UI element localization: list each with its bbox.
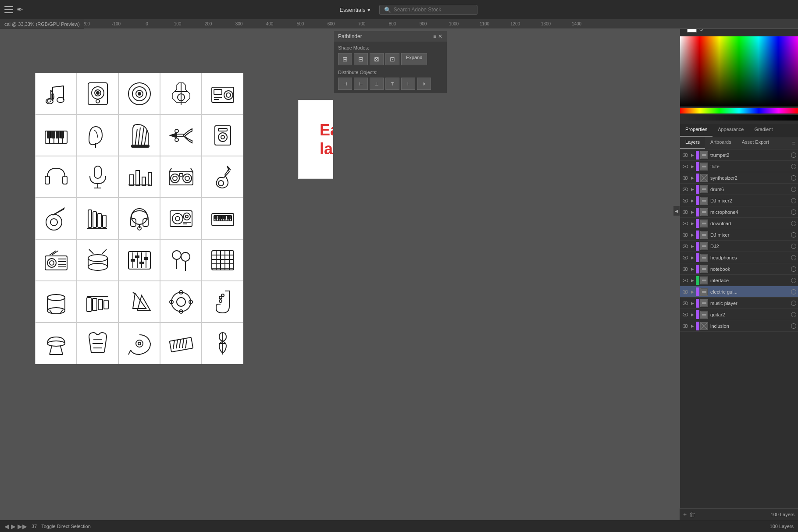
shape-btn-unite[interactable]: ⊞ — [338, 53, 352, 65]
layer-row[interactable]: ▶music player — [680, 298, 798, 309]
tab-layers[interactable]: Layers — [680, 137, 705, 149]
layer-target-circle[interactable] — [791, 301, 796, 306]
shape-btn-intersect[interactable]: ⊠ — [370, 53, 384, 65]
layer-target-circle[interactable] — [791, 153, 796, 158]
layer-row[interactable]: ▶guitar2 — [680, 309, 798, 320]
shape-btn-minus[interactable]: ⊟ — [354, 53, 368, 65]
layer-row[interactable]: ▶electric gui... — [680, 286, 798, 298]
layers-delete-btn[interactable]: 🗑 — [689, 511, 695, 518]
layer-target-circle[interactable] — [791, 278, 796, 283]
layer-row[interactable]: ▶notebook — [680, 263, 798, 275]
shape-btn-exclude[interactable]: ⊡ — [385, 53, 399, 65]
tab-gradient[interactable]: Gradient — [749, 124, 778, 137]
layer-row[interactable]: ▶drum6 — [680, 184, 798, 195]
layer-eye-btn[interactable] — [682, 277, 689, 284]
dist-btn-6[interactable]: ⊧ — [417, 78, 431, 90]
tab-asset-export[interactable]: Asset Export — [737, 137, 774, 149]
tab-appearance[interactable]: Appearance — [712, 124, 749, 137]
layer-target-circle[interactable] — [791, 175, 796, 181]
layer-row[interactable]: ▶DJ2 — [680, 241, 798, 252]
layer-expand-arrow[interactable]: ▶ — [690, 198, 695, 203]
layers-add-btn[interactable]: + — [683, 511, 687, 518]
layer-eye-btn[interactable] — [682, 174, 689, 181]
expand-button[interactable]: Expand — [401, 53, 427, 65]
layer-target-circle[interactable] — [791, 289, 796, 294]
layer-target-circle[interactable] — [791, 323, 796, 329]
layer-row[interactable]: ▶headphones — [680, 252, 798, 263]
layer-expand-arrow[interactable]: ▶ — [690, 164, 695, 169]
layer-eye-btn[interactable] — [682, 186, 689, 193]
layer-eye-btn[interactable] — [682, 197, 689, 204]
pathfinder-close-icon[interactable]: ✕ — [438, 33, 442, 39]
alpha-bar[interactable] — [680, 115, 798, 121]
layer-row[interactable]: ▶microphone4 — [680, 206, 798, 218]
layer-eye-btn[interactable] — [682, 254, 689, 261]
layer-target-circle[interactable] — [791, 232, 796, 238]
layer-expand-arrow[interactable]: ▶ — [690, 187, 695, 192]
layer-expand-arrow[interactable]: ▶ — [690, 244, 695, 249]
dist-btn-1[interactable]: ⊣ — [338, 78, 352, 90]
color-spectrum[interactable] — [680, 36, 798, 106]
search-stock-input[interactable] — [394, 7, 473, 13]
layer-target-circle[interactable] — [791, 221, 796, 226]
layer-expand-arrow[interactable]: ▶ — [690, 255, 695, 260]
dist-btn-3[interactable]: ⊥ — [370, 78, 384, 90]
layer-target-circle[interactable] — [791, 255, 796, 260]
layer-row[interactable]: ▶DJ mixer — [680, 229, 798, 241]
dist-btn-2[interactable]: ⊢ — [354, 78, 368, 90]
hue-bar[interactable] — [680, 108, 798, 113]
layer-row[interactable]: ▶flute — [680, 161, 798, 172]
layer-target-circle[interactable] — [791, 312, 796, 317]
layer-eye-btn[interactable] — [682, 243, 689, 250]
layer-expand-arrow[interactable]: ▶ — [690, 221, 695, 226]
layer-eye-btn[interactable] — [682, 163, 689, 170]
layer-expand-arrow[interactable]: ▶ — [690, 175, 695, 181]
layer-target-circle[interactable] — [791, 164, 796, 169]
tab-properties[interactable]: Properties — [680, 124, 712, 137]
tab-artboards[interactable]: Artboards — [705, 137, 737, 149]
layer-row[interactable]: ▶inclusion — [680, 320, 798, 332]
color-picker-area[interactable] — [680, 36, 798, 124]
layer-eye-btn[interactable] — [682, 209, 689, 216]
layer-eye-btn[interactable] — [682, 220, 689, 227]
layer-expand-arrow[interactable]: ▶ — [690, 266, 695, 272]
layer-target-circle[interactable] — [791, 244, 796, 249]
layer-expand-arrow[interactable]: ▶ — [690, 153, 695, 158]
pen-icon[interactable]: ✒ — [17, 5, 23, 14]
pathfinder-menu-icon[interactable]: ≡ — [433, 33, 436, 39]
layer-row[interactable]: ▶interface — [680, 275, 798, 286]
hamburger-icon[interactable] — [4, 6, 13, 13]
layer-expand-arrow[interactable]: ▶ — [690, 232, 695, 238]
layer-expand-arrow[interactable]: ▶ — [690, 289, 695, 294]
layer-eye-btn[interactable] — [682, 288, 689, 295]
panel-collapse-tab[interactable]: ◀ — [673, 206, 680, 216]
layer-expand-arrow[interactable]: ▶ — [690, 323, 695, 329]
layers-panel-menu[interactable]: ≡ — [792, 137, 798, 149]
layer-eye-btn[interactable] — [682, 231, 689, 238]
layer-target-circle[interactable] — [791, 198, 796, 203]
essentials-dropdown[interactable]: Essentials ▾ — [339, 7, 370, 13]
layer-eye-btn[interactable] — [682, 323, 689, 330]
dist-btn-5[interactable]: ⊦ — [401, 78, 415, 90]
layer-row[interactable]: ▶synthesizer2 — [680, 172, 798, 184]
dist-btn-4[interactable]: ⊤ — [385, 78, 399, 90]
layer-name-label: DJ mixer — [709, 232, 790, 238]
layer-expand-arrow[interactable]: ▶ — [690, 278, 695, 283]
layer-target-circle[interactable] — [791, 209, 796, 215]
layer-expand-arrow[interactable]: ▶ — [690, 312, 695, 317]
page-prev-btn[interactable]: ◀ — [4, 523, 9, 530]
layer-eye-btn[interactable] — [682, 311, 689, 318]
layer-eye-btn[interactable] — [682, 300, 689, 307]
layer-row[interactable]: ▶DJ mixer2 — [680, 195, 798, 206]
layer-expand-arrow[interactable]: ▶ — [690, 301, 695, 306]
layer-eye-btn[interactable] — [682, 266, 689, 273]
layer-eye-btn[interactable] — [682, 152, 689, 159]
search-stock-bar[interactable]: 🔍 — [379, 5, 477, 15]
layer-expand-arrow[interactable]: ▶ — [690, 209, 695, 215]
layer-row[interactable]: ▶download — [680, 218, 798, 229]
layer-row[interactable]: ▶trumpet2 — [680, 149, 798, 161]
page-next-btn[interactable]: ▶▶ — [18, 523, 27, 530]
layer-target-circle[interactable] — [791, 187, 796, 192]
layer-target-circle[interactable] — [791, 266, 796, 272]
page-play-btn[interactable]: ▶ — [11, 523, 16, 530]
